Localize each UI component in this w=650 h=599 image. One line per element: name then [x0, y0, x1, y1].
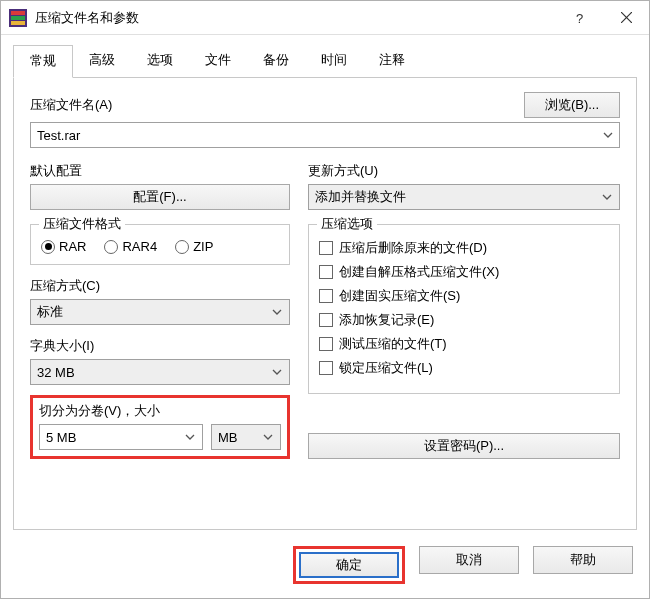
ok-highlight: 确定 [293, 546, 405, 584]
chevron-down-icon [184, 425, 196, 449]
profiles-button[interactable]: 配置(F)... [30, 184, 290, 210]
browse-button[interactable]: 浏览(B)... [524, 92, 620, 118]
svg-rect-1 [11, 11, 25, 15]
svg-rect-3 [11, 21, 25, 25]
opt-create-solid[interactable]: 创建固实压缩文件(S) [319, 287, 609, 305]
update-mode-select[interactable]: 添加并替换文件 [308, 184, 620, 210]
tab-comment[interactable]: 注释 [363, 45, 421, 78]
filename-label: 压缩文件名(A) [30, 96, 112, 114]
default-profile-label: 默认配置 [30, 162, 290, 180]
svg-rect-2 [11, 16, 25, 20]
dictionary-size-select[interactable]: 32 MB [30, 359, 290, 385]
close-button[interactable] [603, 1, 649, 35]
tab-general[interactable]: 常规 [13, 45, 73, 78]
chevron-down-icon [262, 425, 274, 449]
tab-bar: 常规 高级 选项 文件 备份 时间 注释 [1, 35, 649, 78]
archive-format-fieldset: 压缩文件格式 RAR RAR4 ZIP [30, 224, 290, 265]
opt-delete-after[interactable]: 压缩后删除原来的文件(D) [319, 239, 609, 257]
split-unit-value: MB [218, 430, 238, 445]
dialog-window: 压缩文件名和参数 ? 常规 高级 选项 文件 备份 时间 注释 压缩文件名(A)… [0, 0, 650, 599]
format-rar-radio[interactable]: RAR [41, 239, 86, 254]
split-size-value: 5 MB [46, 430, 76, 445]
split-highlight: 切分为分卷(V)，大小 5 MB MB [30, 395, 290, 459]
compression-method-select[interactable]: 标准 [30, 299, 290, 325]
filename-input[interactable] [31, 123, 597, 147]
cancel-button[interactable]: 取消 [419, 546, 519, 574]
opt-recovery-record[interactable]: 添加恢复记录(E) [319, 311, 609, 329]
help-button[interactable]: 帮助 [533, 546, 633, 574]
opt-test-archived[interactable]: 测试压缩的文件(T) [319, 335, 609, 353]
window-title: 压缩文件名和参数 [35, 9, 557, 27]
check-label: 锁定压缩文件(L) [339, 359, 433, 377]
compression-method-label: 压缩方式(C) [30, 277, 290, 295]
tab-options[interactable]: 选项 [131, 45, 189, 78]
radio-label: ZIP [193, 239, 213, 254]
opt-create-sfx[interactable]: 创建自解压格式压缩文件(X) [319, 263, 609, 281]
chevron-down-icon [271, 360, 283, 384]
check-label: 创建自解压格式压缩文件(X) [339, 263, 499, 281]
tab-advanced[interactable]: 高级 [73, 45, 131, 78]
radio-label: RAR [59, 239, 86, 254]
compression-method-value: 标准 [37, 303, 63, 321]
archive-options-legend: 压缩选项 [317, 215, 377, 233]
format-zip-radio[interactable]: ZIP [175, 239, 213, 254]
tab-time[interactable]: 时间 [305, 45, 363, 78]
app-icon [9, 9, 27, 27]
ok-button[interactable]: 确定 [299, 552, 399, 578]
help-titlebar-button[interactable]: ? [557, 1, 603, 35]
tab-content: 压缩文件名(A) 浏览(B)... 默认配置 配置(F)... 更新方式(U) … [13, 78, 637, 530]
split-label: 切分为分卷(V)，大小 [39, 402, 281, 420]
radio-label: RAR4 [122, 239, 157, 254]
split-unit-select[interactable]: MB [211, 424, 281, 450]
chevron-down-icon [601, 185, 613, 209]
format-rar4-radio[interactable]: RAR4 [104, 239, 157, 254]
check-label: 创建固实压缩文件(S) [339, 287, 460, 305]
svg-text:?: ? [576, 12, 583, 24]
dialog-footer: 确定 取消 帮助 [1, 538, 649, 598]
chevron-down-icon [271, 300, 283, 324]
tab-backup[interactable]: 备份 [247, 45, 305, 78]
dictionary-size-label: 字典大小(I) [30, 337, 290, 355]
tab-files[interactable]: 文件 [189, 45, 247, 78]
update-mode-label: 更新方式(U) [308, 162, 620, 180]
chevron-down-icon[interactable] [597, 123, 619, 147]
check-label: 测试压缩的文件(T) [339, 335, 447, 353]
dictionary-size-value: 32 MB [37, 365, 75, 380]
titlebar: 压缩文件名和参数 ? [1, 1, 649, 35]
update-mode-value: 添加并替换文件 [315, 188, 406, 206]
opt-lock-archive[interactable]: 锁定压缩文件(L) [319, 359, 609, 377]
filename-combo[interactable] [30, 122, 620, 148]
check-label: 添加恢复记录(E) [339, 311, 434, 329]
split-size-combo[interactable]: 5 MB [39, 424, 203, 450]
archive-format-legend: 压缩文件格式 [39, 215, 125, 233]
archive-options-fieldset: 压缩选项 压缩后删除原来的文件(D) 创建自解压格式压缩文件(X) 创建固实压缩… [308, 224, 620, 394]
set-password-button[interactable]: 设置密码(P)... [308, 433, 620, 459]
check-label: 压缩后删除原来的文件(D) [339, 239, 487, 257]
